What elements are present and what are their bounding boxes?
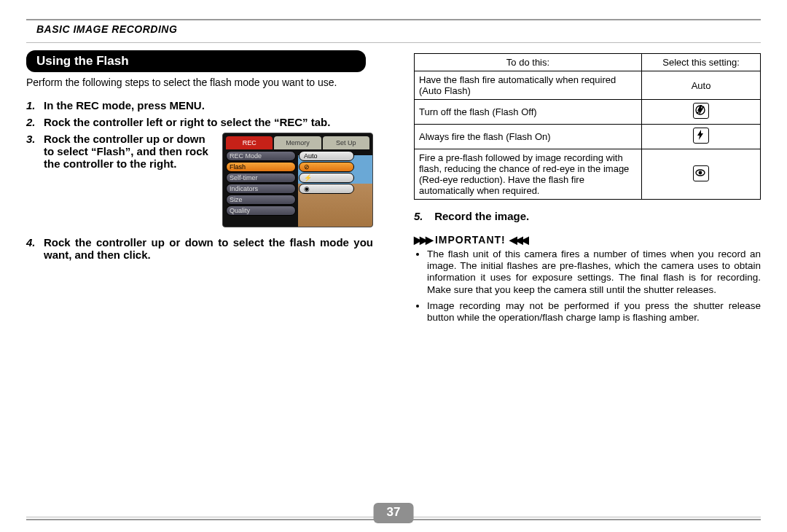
flash-off-icon bbox=[693, 103, 709, 119]
table-cell: Fire a pre-flash followed by image recor… bbox=[415, 149, 642, 200]
step-number: 1. bbox=[26, 99, 44, 112]
lcd-option-selected: ⊘ bbox=[299, 162, 354, 172]
table-cell: Have the flash fire automatically when r… bbox=[415, 71, 642, 100]
section-header: BASIC IMAGE RECORDING bbox=[36, 23, 761, 35]
step-text: Rock the controller up or down to select… bbox=[44, 236, 373, 261]
lcd-option: ⚡ bbox=[299, 173, 354, 183]
step-number: 4. bbox=[26, 236, 44, 261]
step-number: 5. bbox=[414, 210, 431, 222]
step-5: 5. Record the image. bbox=[414, 210, 761, 222]
lcd-item: Self-timer bbox=[226, 173, 296, 183]
manual-page: BASIC IMAGE RECORDING Using the Flash Pe… bbox=[0, 0, 787, 532]
triangle-left-icon: ◀◀◀ bbox=[509, 234, 527, 246]
step-number: 2. bbox=[26, 116, 44, 128]
flash-mode-table: To do this: Select this setting: Have th… bbox=[414, 53, 761, 200]
topic-title: Using the Flash bbox=[26, 50, 366, 72]
table-cell: Always fire the flash (Flash On) bbox=[415, 125, 642, 149]
svg-marker-3 bbox=[697, 130, 703, 140]
rule-under-header bbox=[26, 42, 761, 43]
lcd-item: Indicators bbox=[226, 184, 296, 194]
lcd-tab-setup: Set Up bbox=[323, 136, 369, 149]
table-header-row: To do this: Select this setting: bbox=[415, 54, 761, 71]
step-text: Rock the controller up or down to select… bbox=[44, 133, 215, 170]
table-header: Select this setting: bbox=[642, 54, 761, 71]
lcd-item: Size bbox=[226, 195, 296, 205]
triangle-right-icon: ▶▶▶ bbox=[414, 234, 431, 246]
important-label: IMPORTANT! bbox=[435, 234, 506, 246]
lcd-option: ◉ bbox=[299, 184, 354, 194]
table-cell: Turn off the flash (Flash Off) bbox=[415, 100, 642, 125]
step-1: 1. In the REC mode, press MENU. bbox=[26, 99, 373, 112]
important-notes: The flash unit of this camera fires a nu… bbox=[414, 249, 761, 324]
lcd-item: REC Mode bbox=[226, 151, 296, 161]
step-text: In the REC mode, press MENU. bbox=[44, 99, 205, 112]
step-text: Rock the controller left or right to sel… bbox=[44, 116, 330, 128]
step-2: 2. Rock the controller left or right to … bbox=[26, 116, 373, 128]
list-item: The flash unit of this camera fires a nu… bbox=[427, 249, 761, 296]
step-3: 3. Rock the controller up or down to sel… bbox=[26, 133, 373, 227]
svg-point-5 bbox=[699, 171, 702, 174]
lcd-item: Quality bbox=[226, 206, 296, 216]
two-column-layout: Using the Flash Perform the following st… bbox=[26, 50, 761, 328]
flash-on-icon bbox=[693, 128, 709, 144]
rule-top bbox=[26, 19, 761, 20]
table-row: Fire a pre-flash followed by image recor… bbox=[415, 149, 761, 200]
left-column: Using the Flash Perform the following st… bbox=[26, 50, 394, 328]
lcd-item-selected: Flash bbox=[226, 162, 296, 172]
intro-text: Perform the following steps to select th… bbox=[26, 77, 373, 89]
table-header: To do this: bbox=[415, 54, 642, 71]
table-cell: Auto bbox=[642, 71, 761, 100]
table-row: Always fire the flash (Flash On) bbox=[415, 125, 761, 149]
camera-menu-screenshot: REC Memory Set Up REC Mode Flash Self-ti… bbox=[222, 133, 373, 227]
right-column: To do this: Select this setting: Have th… bbox=[394, 50, 761, 328]
lcd-tab-memory: Memory bbox=[274, 136, 321, 149]
step-text: Record the image. bbox=[434, 210, 529, 222]
flash-on-icon-cell bbox=[642, 125, 761, 149]
step-4: 4. Rock the controller up or down to sel… bbox=[26, 236, 373, 261]
step-number: 3. bbox=[26, 133, 44, 145]
red-eye-icon-cell bbox=[642, 149, 761, 200]
flash-off-icon-cell bbox=[642, 100, 761, 125]
table-row: Turn off the flash (Flash Off) bbox=[415, 100, 761, 125]
table-row: Have the flash fire automatically when r… bbox=[415, 71, 761, 100]
list-item: Image recording may not be performed if … bbox=[427, 300, 761, 324]
lcd-option: Auto bbox=[299, 151, 354, 161]
lcd-tab-rec: REC bbox=[226, 136, 273, 149]
red-eye-icon bbox=[693, 165, 709, 181]
important-heading: ▶▶▶ IMPORTANT! ◀◀◀ bbox=[414, 234, 761, 246]
page-number: 37 bbox=[374, 503, 414, 523]
